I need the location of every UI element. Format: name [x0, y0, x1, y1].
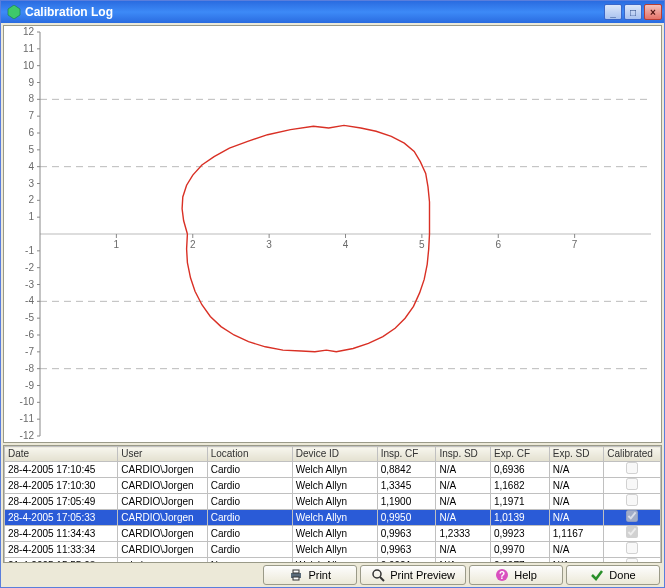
table-row[interactable]: 28-4-2005 11:33:34CARDIO\JorgenCardioWel…: [5, 542, 661, 558]
cell: N/A: [549, 494, 603, 510]
cell: 1,1971: [490, 494, 549, 510]
svg-point-71: [373, 570, 381, 578]
svg-text:-10: -10: [20, 396, 35, 407]
print-preview-button[interactable]: Print Preview: [360, 565, 466, 585]
svg-line-72: [380, 577, 384, 581]
help-button[interactable]: ? Help: [469, 565, 563, 585]
cell: 1,2333: [436, 526, 490, 542]
svg-text:10: 10: [23, 60, 35, 71]
svg-text:-3: -3: [25, 279, 34, 290]
print-label: Print: [308, 569, 331, 581]
svg-text:3: 3: [28, 178, 34, 189]
cell: N/A: [549, 462, 603, 478]
column-header[interactable]: Date: [5, 447, 118, 462]
svg-text:3: 3: [266, 239, 272, 250]
cell: CARDIO\Jorgen: [118, 542, 207, 558]
svg-text:12: 12: [23, 26, 35, 37]
window-title: Calibration Log: [25, 5, 604, 19]
calibrated-checkbox[interactable]: [626, 478, 638, 490]
preview-label: Print Preview: [390, 569, 455, 581]
svg-text:7: 7: [28, 110, 34, 121]
calibrated-checkbox[interactable]: [626, 462, 638, 474]
close-button[interactable]: ×: [644, 4, 662, 20]
svg-text:-1: -1: [25, 245, 34, 256]
svg-text:-5: -5: [25, 312, 34, 323]
table-row[interactable]: 28-4-2005 17:10:45CARDIO\JorgenCardioWel…: [5, 462, 661, 478]
svg-text:6: 6: [28, 127, 34, 138]
cell: CARDIO\Jorgen: [118, 526, 207, 542]
calibrated-cell: [604, 526, 661, 542]
cell: 0,9923: [490, 526, 549, 542]
column-header[interactable]: Calibrated: [604, 447, 661, 462]
check-icon: [590, 568, 604, 582]
app-icon: [7, 5, 21, 19]
cell: 1,3345: [377, 478, 436, 494]
cell: 0,9950: [377, 510, 436, 526]
cell: N/A: [436, 494, 490, 510]
cell: N/A: [436, 542, 490, 558]
calibrated-cell: [604, 494, 661, 510]
help-label: Help: [514, 569, 537, 581]
cell: Welch Allyn: [292, 478, 377, 494]
cell: 28-4-2005 11:33:34: [5, 542, 118, 558]
cell: CARDIO\Jorgen: [118, 510, 207, 526]
table-row[interactable]: 28-4-2005 17:05:49CARDIO\JorgenCardioWel…: [5, 494, 661, 510]
column-header[interactable]: Insp. CF: [377, 447, 436, 462]
column-header[interactable]: Exp. CF: [490, 447, 549, 462]
table-row[interactable]: 28-4-2005 11:34:43CARDIO\JorgenCardioWel…: [5, 526, 661, 542]
calibration-grid[interactable]: DateUserLocationDevice IDInsp. CFInsp. S…: [3, 445, 662, 563]
maximize-button[interactable]: □: [624, 4, 642, 20]
calibrated-cell: [604, 542, 661, 558]
svg-text:11: 11: [23, 43, 35, 54]
svg-text:9: 9: [28, 77, 34, 88]
column-header[interactable]: Location: [207, 447, 292, 462]
titlebar[interactable]: Calibration Log _ □ ×: [1, 1, 664, 23]
minimize-button[interactable]: _: [604, 4, 622, 20]
svg-text:-7: -7: [25, 346, 34, 357]
calibrated-checkbox[interactable]: [626, 510, 638, 522]
cell: N/A: [549, 542, 603, 558]
cell: Cardio: [207, 478, 292, 494]
cell: Welch Allyn: [292, 542, 377, 558]
svg-text:5: 5: [28, 144, 34, 155]
calibrated-checkbox[interactable]: [626, 526, 638, 538]
svg-text:5: 5: [419, 239, 425, 250]
cell: Cardio: [207, 542, 292, 558]
cell: N/A: [549, 510, 603, 526]
cell: N/A: [436, 510, 490, 526]
app-window: Calibration Log _ □ × -12-11-10-9-8-7-6-…: [0, 0, 665, 588]
svg-text:?: ?: [499, 570, 505, 581]
cell: 0,8842: [377, 462, 436, 478]
window-buttons: _ □ ×: [604, 4, 662, 20]
table-row[interactable]: 28-4-2005 17:05:33CARDIO\JorgenCardioWel…: [5, 510, 661, 526]
print-button[interactable]: Print: [263, 565, 357, 585]
cell: Cardio: [207, 462, 292, 478]
cell: Welch Allyn: [292, 510, 377, 526]
column-header[interactable]: Device ID: [292, 447, 377, 462]
calibrated-checkbox[interactable]: [626, 542, 638, 554]
cell: Cardio: [207, 510, 292, 526]
svg-text:1: 1: [28, 211, 34, 222]
calibrated-cell: [604, 462, 661, 478]
calibrated-checkbox[interactable]: [626, 494, 638, 506]
svg-text:2: 2: [28, 194, 34, 205]
table-row[interactable]: 28-4-2005 17:10:30CARDIO\JorgenCardioWel…: [5, 478, 661, 494]
svg-text:1: 1: [114, 239, 120, 250]
cell: 28-4-2005 11:34:43: [5, 526, 118, 542]
svg-rect-69: [293, 570, 299, 573]
done-button[interactable]: Done: [566, 565, 660, 585]
column-header[interactable]: User: [118, 447, 207, 462]
svg-text:-12: -12: [20, 430, 35, 441]
column-header[interactable]: Exp. SD: [549, 447, 603, 462]
svg-text:4: 4: [28, 161, 34, 172]
svg-text:-6: -6: [25, 329, 34, 340]
svg-text:8: 8: [28, 93, 34, 104]
cell: 0,9970: [490, 542, 549, 558]
column-header[interactable]: Insp. SD: [436, 447, 490, 462]
cell: 1,1900: [377, 494, 436, 510]
cell: 28-4-2005 17:05:49: [5, 494, 118, 510]
cell: CARDIO\Jorgen: [118, 478, 207, 494]
cell: N/A: [436, 478, 490, 494]
cell: 28-4-2005 17:10:30: [5, 478, 118, 494]
cell: N/A: [549, 478, 603, 494]
